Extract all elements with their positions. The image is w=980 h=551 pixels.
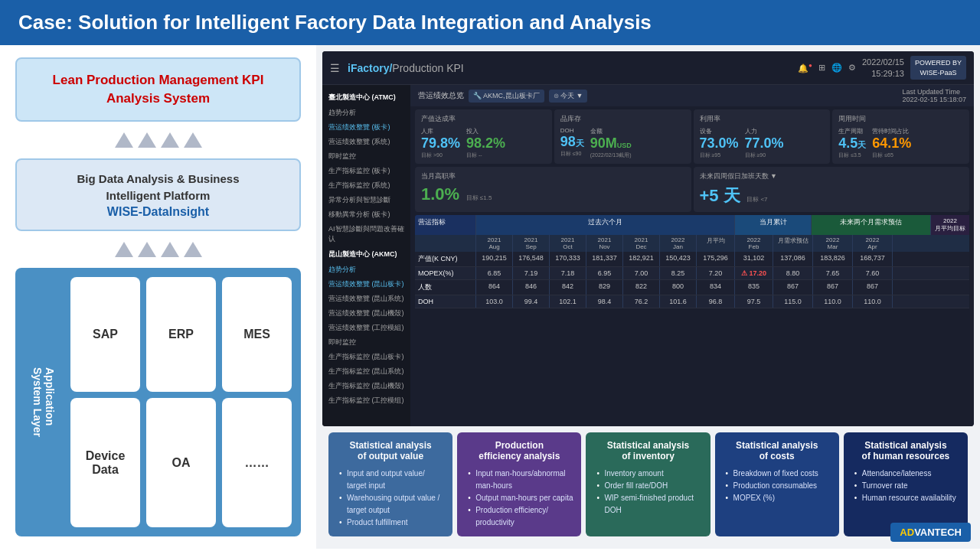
kpi-doh: DOH 98天 目标 ≤90 — [560, 127, 584, 159]
kpi-amount-label: 金额 — [590, 127, 632, 135]
analysis-output-bullets: Input and output value/ target input War… — [336, 468, 445, 529]
sidebar-item-prod-card[interactable]: 生产指标监控 (板卡) — [322, 164, 410, 178]
td-mar-output: 183,826 — [813, 252, 853, 266]
td-oct-mopex: 7.18 — [550, 267, 586, 279]
kpi-inventory-title: 品库存 — [560, 114, 685, 124]
kpi-doh-value: 98天 — [560, 134, 584, 150]
td-oct-doh: 102.1 — [550, 295, 586, 308]
td-aug-hc: 864 — [476, 280, 513, 295]
th-past6months: 过去六个月 — [476, 215, 735, 235]
sidebar-item-prod-kmc[interactable]: 生产指标监控 (昆山板卡) — [322, 350, 410, 364]
globe-icon[interactable]: 🌐 — [831, 63, 842, 73]
app-tile-oa: OA — [146, 398, 216, 527]
sidebar-item-prod-kmc-ind[interactable]: 生产指标监控 (工控模组) — [322, 393, 410, 408]
bullet-13: Attendance/lateness — [854, 468, 960, 480]
sidebar-item-kmc-shell[interactable]: 营运绩效整覽 (昆山機殼) — [322, 306, 410, 321]
td-apr-hc: 867 — [853, 280, 893, 295]
analysis-card-costs: Statistical analysisof costs Breakdown o… — [715, 432, 839, 536]
td-forecast-doh: 115.0 — [773, 295, 813, 308]
kpi-waitratio-target: 目标 ≤65 — [872, 152, 911, 159]
td-apr-output: 168,737 — [853, 252, 893, 266]
sidebar-item-kpi-sys[interactable]: 营运绩效整覽 (系统) — [322, 135, 410, 149]
bell-icon[interactable]: 🔔● — [798, 62, 812, 73]
breadcrumb-text: 营运绩效总览 — [418, 90, 464, 101]
sidebar-item-trend1[interactable]: 趋势分析 — [322, 106, 410, 120]
dash-sidebar: 臺北製造中心 (ATMC) 趋势分析 营运绩效整覽 (板卡) 营运绩效整覽 (系… — [322, 85, 410, 426]
td-avg-hc: 834 — [697, 280, 735, 295]
sidebar-item-trend2[interactable]: 趋势分析 — [322, 262, 410, 277]
th-avg: 月平均 — [697, 235, 735, 252]
kpi-manpower-label: 人力 — [745, 127, 784, 135]
sidebar-item-prod-sys[interactable]: 生产指标监控 (系统) — [322, 178, 410, 193]
th-feb: 2022Feb — [735, 235, 773, 252]
right-panel: ☰ iFactory/Production KPI 🔔● ⊞ 🌐 ⚙ 2022/… — [316, 45, 980, 549]
sidebar-item-prod-kmc-shell[interactable]: 生产指标监控 (昆山機殼) — [322, 379, 410, 393]
td-jan-hc: 800 — [660, 280, 697, 295]
kpi-absentee-target: 目标 ≤1.5 — [466, 194, 492, 201]
kpi-prodcycle-target: 目标 ≤3.5 — [838, 152, 866, 159]
td-avg-doh: 96.8 — [697, 295, 735, 308]
kpi-inbound-target: 目标 >90 — [421, 152, 460, 159]
td-feb-doh: 97.5 — [735, 295, 773, 308]
sidebar-item-monitor1[interactable]: 即时监控 — [322, 149, 410, 164]
sidebar-item-kmc-ind[interactable]: 营运绩效整覽 (工控模組) — [322, 321, 410, 335]
bullet-9: WIP semi-finished product DOH — [596, 492, 702, 517]
td-oct-hc: 842 — [550, 280, 586, 295]
kpi-overtime-value: +5 天 — [700, 186, 740, 205]
kpi-waitratio-label: 营待时间占比 — [872, 127, 911, 135]
arrow-icon-4 — [184, 132, 202, 148]
td-nov-hc: 829 — [586, 280, 623, 295]
td-feb-mopex-alert: ⚠ 17.20 — [735, 267, 773, 279]
sidebar-item-kmc-sys[interactable]: 营运绩效整覽 (昆山系统) — [322, 292, 410, 306]
sidebar-item-prod-kmc-sys[interactable]: 生产指标监控 (昆山系统) — [322, 364, 410, 379]
sidebar-item-anomaly[interactable]: 异常分析與智慧診斷 — [322, 193, 410, 207]
kpi-cycle-row: 生产周期 4.5天 目标 ≤3.5 营待时间占比 64.1% 目标 ≤65 — [838, 127, 963, 159]
bullet-15: Human resource availability — [854, 492, 960, 504]
sidebar-item-mobile[interactable]: 移動異常分析 (板卡) — [322, 207, 410, 222]
kpi-card-overtime: 未来四周假日加班天数 ▼ +5 天 目标 <7 — [694, 167, 970, 212]
analysis-costs-bullets: Breakdown of fixed costs Production cons… — [723, 468, 831, 504]
th-forecast: 未来两个月需求预估 — [812, 215, 931, 235]
td-aug-doh: 103.0 — [476, 295, 513, 308]
th-jan: 2022Jan — [660, 235, 697, 252]
kpi-util-title: 利用率 — [700, 114, 825, 124]
table-section: 营运指标 过去六个月 当月累计 未来两个月需求预估 2022月平均目标 2021… — [410, 215, 974, 311]
bullet-3: Product fulfillment — [339, 517, 445, 529]
lean-title: Lean Production Management KPIAnalysis S… — [29, 71, 287, 108]
sidebar-item-ai[interactable]: AI智慧診斷與問題改善確认 — [322, 222, 410, 246]
kpi-output-input: 投入 98.2% 目标 -- — [466, 127, 505, 159]
bullet-11: Production consumables — [726, 480, 831, 492]
arrows-up-2 — [15, 239, 301, 260]
settings-icon[interactable]: ⚙ — [848, 63, 856, 73]
analysis-card-efficiency: Productionefficiency analysis Input man-… — [457, 432, 581, 536]
sidebar-item-kpi-card[interactable]: 营运绩效整覽 (板卡) — [322, 120, 410, 135]
td-avg-output: 175,296 — [697, 252, 735, 266]
app-tile-sap: SAP — [70, 277, 140, 393]
sidebar-item-kmc-card[interactable]: 营运绩效整覽 (昆山板卡) — [322, 277, 410, 292]
analysis-card-hr: Statistical analysisof human resources A… — [844, 432, 968, 536]
sidebar-item-monitor2[interactable]: 即时监控 — [322, 335, 410, 350]
td-nov-doh: 98.4 — [586, 295, 623, 308]
kpi-equip-target: 目标 ≥95 — [700, 152, 739, 159]
th-indicator: 营运指标 — [415, 215, 476, 235]
arrows-up-1 — [15, 129, 301, 151]
kpi-amount: 金额 90MUSD (2022/02/13截用) — [590, 127, 632, 159]
th-target: 2022月平均目标 — [931, 215, 969, 235]
td-doh-label: DOH — [415, 295, 476, 308]
lean-box: Lean Production Management KPIAnalysis S… — [15, 57, 301, 122]
bullet-2: Warehousing output value / target output — [339, 492, 445, 517]
td-sep-mopex: 7.19 — [513, 267, 550, 279]
kpi-util-row: 设备 73.0% 目标 ≥95 人力 77.0% 目标 ≥90 — [700, 127, 825, 159]
table-header-groups: 营运指标 过去六个月 当月累计 未来两个月需求预估 2022月平均目标 — [415, 215, 969, 235]
sidebar-section-1: 臺北製造中心 (ATMC) — [322, 90, 410, 106]
grid-icon[interactable]: ⊞ — [818, 63, 825, 73]
dash-date: 2022/02/15 — [862, 57, 904, 67]
kpi-equip-value: 73.0% — [700, 135, 739, 152]
td-apr-doh: 110.0 — [853, 295, 893, 308]
arrow-icon-2 — [138, 132, 156, 148]
app-label: ApplicationSystem Layer — [24, 277, 63, 527]
kpi-card-cycle: 周用时间 生产周期 4.5天 目标 ≤3.5 营待时间占比 64.1% — [832, 109, 969, 164]
bottom-analysis-cards: Statistical analysisof output value Inpu… — [322, 426, 974, 543]
td-jan-output: 150,423 — [660, 252, 697, 266]
analysis-costs-title: Statistical analysisof costs — [723, 440, 831, 461]
